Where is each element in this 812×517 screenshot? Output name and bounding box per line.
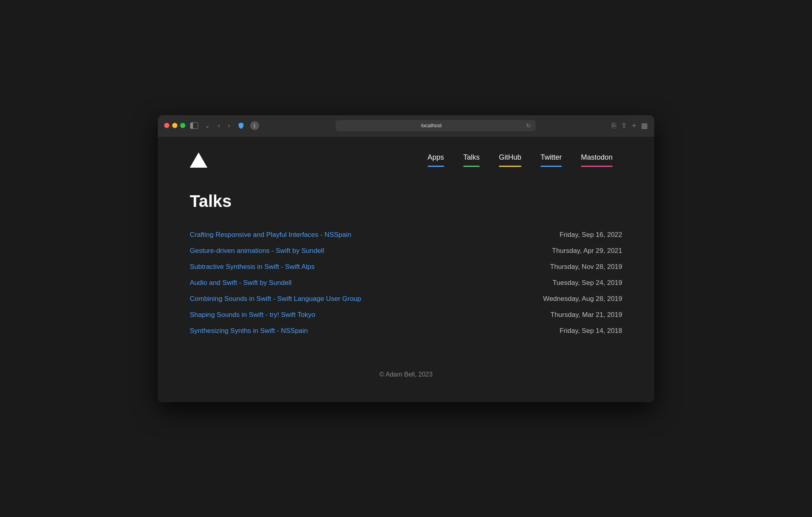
talk-date: Wednesday, Aug 28, 2019: [543, 295, 622, 303]
nav-underline-talks: [463, 166, 480, 167]
download-button[interactable]: ⎘: [612, 122, 616, 129]
talk-date: Tuesday, Sep 24, 2019: [553, 279, 622, 287]
talk-row: Audio and Swift - Swift by SundellTuesda…: [190, 275, 622, 291]
page-title: Talks: [190, 192, 622, 211]
nav-underline-github: [499, 166, 521, 167]
logo-triangle: [190, 152, 207, 168]
footer: © Adam Bell, 2023: [190, 371, 622, 378]
nav-item-talks[interactable]: Talks: [454, 153, 489, 167]
talk-date: Thursday, Mar 21, 2019: [551, 311, 622, 319]
nav-link-github[interactable]: GitHub: [499, 153, 521, 164]
talk-row: Combining Sounds in Swift - Swift Langua…: [190, 291, 622, 307]
nav-underline-mastodon: [581, 166, 613, 167]
address-bar-wrapper: localhost ↻: [264, 120, 607, 131]
nav-underline-twitter: [541, 166, 562, 167]
shield-svg: [237, 122, 245, 129]
traffic-lights: [164, 123, 185, 128]
sidebar-toggle-button[interactable]: [190, 122, 198, 129]
talk-title[interactable]: Synthesizing Synths in Swift - NSSpain: [190, 327, 308, 335]
nav-link-apps[interactable]: Apps: [428, 153, 444, 164]
nav-item-apps[interactable]: Apps: [418, 153, 454, 167]
talk-title[interactable]: Audio and Swift - Swift by Sundell: [190, 279, 291, 287]
url-text: localhost: [340, 122, 523, 128]
talk-title[interactable]: Gesture-driven animations - Swift by Sun…: [190, 247, 324, 255]
reload-button[interactable]: ↻: [526, 122, 531, 129]
nav-links: AppsTalksGitHubTwitterMastodon: [418, 153, 622, 167]
nav-item-twitter[interactable]: Twitter: [531, 153, 571, 167]
talk-row: Crafting Responsive and Playful Interfac…: [190, 227, 622, 243]
nav-item-github[interactable]: GitHub: [489, 153, 531, 167]
nav-item-mastodon[interactable]: Mastodon: [571, 153, 622, 167]
nav-link-twitter[interactable]: Twitter: [541, 153, 562, 164]
talk-date: Friday, Sep 14, 2018: [559, 327, 622, 335]
browser-window: ⌄ ‹ › 1 localhost ↻ ⎘ ⇪ + ▦: [158, 115, 654, 402]
sidebar-toggle-panel: [191, 123, 193, 128]
back-button[interactable]: ‹: [216, 122, 221, 130]
tab-overview-button[interactable]: ▦: [641, 122, 648, 129]
talk-title[interactable]: Combining Sounds in Swift - Swift Langua…: [190, 295, 361, 303]
talk-title[interactable]: Subtractive Synthesis in Swift - Swift A…: [190, 263, 315, 271]
address-bar[interactable]: localhost ↻: [336, 120, 536, 131]
share-button[interactable]: ⇪: [621, 122, 627, 129]
tab-group-chevron[interactable]: ⌄: [203, 122, 211, 130]
forward-button[interactable]: ›: [226, 122, 231, 130]
navigation: AppsTalksGitHubTwitterMastodon: [190, 152, 622, 168]
browser-chrome: ⌄ ‹ › 1 localhost ↻ ⎘ ⇪ + ▦: [158, 115, 654, 136]
nav-underline-apps: [428, 166, 444, 167]
talk-row: Shaping Sounds in Swift - try! Swift Tok…: [190, 307, 622, 323]
extension-icon-label: 1: [253, 123, 256, 128]
extension-icon[interactable]: 1: [250, 121, 259, 130]
shield-icon: [237, 121, 245, 130]
logo[interactable]: [190, 152, 207, 168]
nav-link-mastodon[interactable]: Mastodon: [581, 153, 613, 164]
nav-link-talks[interactable]: Talks: [463, 153, 480, 164]
talk-row: Gesture-driven animations - Swift by Sun…: [190, 243, 622, 259]
maximize-button[interactable]: [180, 123, 185, 128]
close-button[interactable]: [164, 123, 169, 128]
website-content: AppsTalksGitHubTwitterMastodon Talks Cra…: [158, 136, 654, 402]
talk-title[interactable]: Crafting Responsive and Playful Interfac…: [190, 231, 351, 239]
talk-date: Thursday, Nov 28, 2019: [550, 263, 622, 271]
new-tab-button[interactable]: +: [632, 122, 636, 129]
talk-row: Synthesizing Synths in Swift - NSSpainFr…: [190, 323, 622, 339]
talk-date: Friday, Sep 16, 2022: [559, 231, 622, 239]
minimize-button[interactable]: [172, 123, 177, 128]
talk-row: Subtractive Synthesis in Swift - Swift A…: [190, 259, 622, 275]
talk-title[interactable]: Shaping Sounds in Swift - try! Swift Tok…: [190, 311, 315, 319]
browser-actions: ⎘ ⇪ + ▦: [612, 122, 648, 129]
talks-list: Crafting Responsive and Playful Interfac…: [190, 227, 622, 339]
talk-date: Thursday, Apr 29, 2021: [552, 247, 622, 255]
